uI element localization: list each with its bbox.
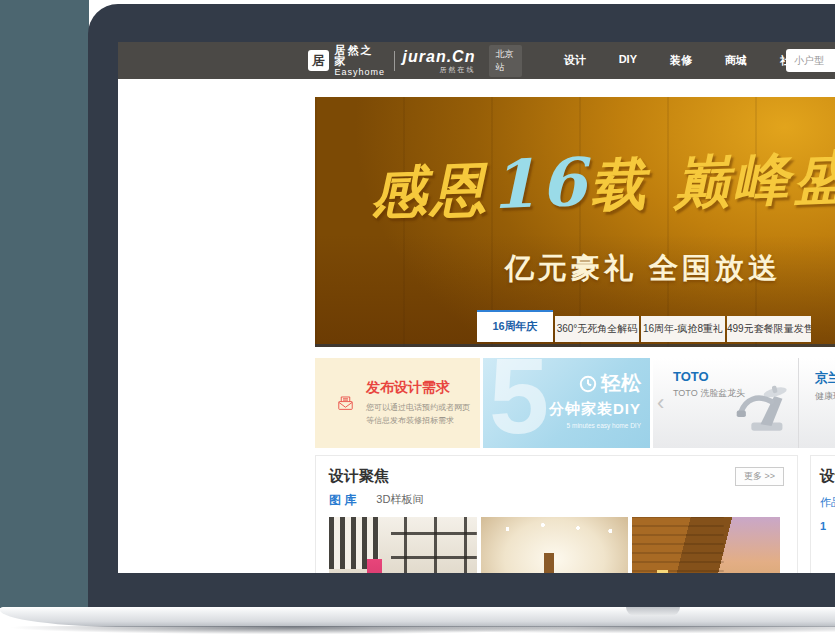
laptop-screen: 居 居然之家 Easyhome juran.Cn 居然在线 北京站 设计 DIY… <box>118 42 835 573</box>
product-carousel: ‹ TOTO TOTO 洗脸盆龙头 京兰 健康环保 <box>653 358 835 448</box>
design-request-desc-line2: 等信息发布装修招标需求 <box>366 415 470 428</box>
design-focus-header: 设计聚焦 更多 >> <box>316 456 797 490</box>
designer-panel: 设计师 作品 1 <box>810 455 835 573</box>
banner-title-post: 载 巅峰盛典 <box>589 141 835 218</box>
design-focus-tabs: 图 库 3D样板间 <box>316 490 797 509</box>
brand-name: 居然之家 Easyhome <box>335 45 386 77</box>
banner-title-number: 16 <box>489 143 592 224</box>
nav-item-mall[interactable]: 商城 <box>725 53 747 68</box>
portal-name: juran.Cn <box>403 49 476 65</box>
services-strip: 发布设计需求 您可以通过电话预约或者网页 等信息发布装修招标需求 5 轻松 分钟… <box>315 358 835 448</box>
big-number-5: 5 <box>489 358 549 448</box>
banner-title-pre: 感恩 <box>369 155 491 225</box>
clock-icon <box>579 375 597 393</box>
site-header: 居 居然之家 Easyhome juran.Cn 居然在线 北京站 设计 DIY… <box>118 42 835 79</box>
faucet-image <box>718 374 792 438</box>
designer-panel-title: 设计师 <box>820 467 835 486</box>
more-button[interactable]: 更多 >> <box>735 467 784 486</box>
thumbnail-brick-exterior[interactable] <box>632 517 780 573</box>
diy-sub: 5 minutes easy home DIY <box>549 422 641 429</box>
thumbnail-gallery-wall[interactable] <box>329 517 477 573</box>
designer-works-tab[interactable]: 作品 <box>820 495 835 510</box>
design-request-desc: 您可以通过电话预约或者网页 等信息发布装修招标需求 <box>366 402 470 428</box>
banner-tab-360[interactable]: 360°无死角全解码 <box>555 316 639 342</box>
envelope-icon <box>337 385 354 421</box>
brand-name-cn: 居然之家 <box>335 45 386 67</box>
product-next-name: 健康环保 <box>815 390 835 403</box>
banner-tab-8gifts[interactable]: 16周年-疯抢8重礼 <box>641 316 725 342</box>
diy-text-block: 轻松 分钟家装DIY 5 minutes easy home DIY <box>549 370 641 429</box>
diy-tag: 轻松 <box>601 370 641 397</box>
banner-tab-anniversary[interactable]: 16周年庆 <box>477 310 553 342</box>
design-focus-panel: 设计聚焦 更多 >> 图 库 3D样板间 <box>315 455 798 573</box>
nav-item-design[interactable]: 设计 <box>564 53 586 68</box>
laptop-base-notch <box>626 607 680 616</box>
teal-backdrop <box>0 0 89 608</box>
tab-3d-rooms[interactable]: 3D样板间 <box>376 492 423 509</box>
portal-subtitle: 居然在线 <box>403 66 476 73</box>
carousel-prev-icon[interactable]: ‹ <box>657 392 664 414</box>
portal-logo: juran.Cn 居然在线 <box>403 49 476 73</box>
thumbnail-bright-hall[interactable] <box>481 517 629 573</box>
laptop-base <box>0 607 835 627</box>
search-input[interactable] <box>786 49 835 72</box>
diy-line: 分钟家装DIY <box>549 400 641 419</box>
product-card-jinglan[interactable]: 京兰 健康环保 <box>799 358 835 448</box>
designer-page-1[interactable]: 1 <box>820 520 835 532</box>
product-next-brand: 京兰 <box>815 369 835 387</box>
anniversary-banner[interactable]: 感恩16载 巅峰盛典 亿元豪礼 全国放送 16周年庆 360°无死角全解码 16… <box>315 97 835 347</box>
nav-item-diy[interactable]: DIY <box>619 53 637 68</box>
design-request-title: 发布设计需求 <box>366 379 470 397</box>
easyhome-seal-icon: 居 <box>308 50 329 71</box>
banner-tab-499[interactable]: 499元套餐限量发售 <box>727 316 811 342</box>
product-card-toto[interactable]: ‹ TOTO TOTO 洗脸盆龙头 <box>653 358 799 448</box>
tab-gallery[interactable]: 图 库 <box>329 492 356 509</box>
diy-tag-row: 轻松 <box>549 370 641 397</box>
design-focus-title: 设计聚焦 <box>329 467 389 486</box>
banner-subtitle: 亿元豪礼 全国放送 <box>505 249 781 289</box>
brand-name-en: Easyhome <box>335 68 386 77</box>
design-request-desc-line1: 您可以通过电话预约或者网页 <box>366 402 470 415</box>
easyhome-logo[interactable]: 居 居然之家 Easyhome juran.Cn 居然在线 <box>308 45 475 77</box>
banner-tab-bar: 16周年庆 360°无死角全解码 16周年-疯抢8重礼 499元套餐限量发售 <box>477 310 813 342</box>
city-badge[interactable]: 北京站 <box>489 45 521 77</box>
logo-divider <box>394 51 395 71</box>
banner-title: 感恩16载 巅峰盛典 <box>369 132 835 233</box>
nav-item-zhuangxiu[interactable]: 装修 <box>670 53 692 68</box>
design-request-text: 发布设计需求 您可以通过电话预约或者网页 等信息发布装修招标需求 <box>366 379 470 428</box>
laptop-shadow <box>0 626 835 642</box>
design-request-card[interactable]: 发布设计需求 您可以通过电话预约或者网页 等信息发布装修招标需求 <box>315 358 480 448</box>
gallery-thumbnails <box>316 509 797 573</box>
diy-5min-card[interactable]: 5 轻松 分钟家装DIY 5 minutes easy home DIY <box>483 358 650 448</box>
